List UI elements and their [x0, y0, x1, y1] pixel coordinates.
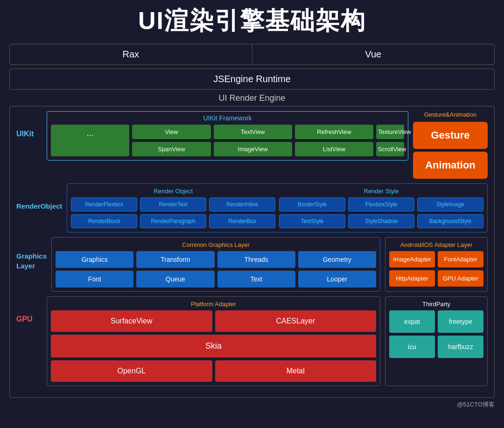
thirdparty-btn-expat: expat [389, 310, 435, 333]
graphics-grid: Graphics Transform Threads Geometry Font… [56, 251, 376, 288]
render-paragraph: RenderParagraph [140, 214, 206, 228]
uikit-framework-box: UIKit Framework View TextView RefreshVie… [47, 111, 408, 161]
adapter-layer-box: Android/iOS Adapter Layer ImageAdapter F… [385, 237, 488, 292]
gpu-rows: SurfaceView CAESLayer Skia OpenGL Metal [51, 310, 376, 382]
gpu-btn-caeslayer: CAESLayer [215, 310, 377, 332]
gpu-btn-metal: Metal [215, 360, 377, 382]
thirdparty-box: ThirdParty expat freetype icu harfbuzz [385, 296, 488, 386]
render-style-right: Render Style BorderStyle FlexboxStyle St… [279, 188, 483, 228]
gesture-anim-label: Gesture&Animation [413, 111, 488, 118]
render-object-outer: Render Object RenderFlexbox RenderText R… [67, 183, 488, 232]
gpu-row3: OpenGL Metal [51, 360, 376, 382]
render-object-label: RenderObject [16, 183, 62, 210]
uikit-section: UIKit UIKit Framework View TextView Refr… [16, 111, 488, 179]
ui-render-engine-label: UI Render Engine [9, 93, 495, 103]
uikit-btn-imageview: ImageView [214, 142, 292, 156]
thirdparty-title: ThirdParty [389, 301, 483, 308]
text-style: TextStyle [279, 214, 345, 228]
uikit-btn-refreshview: RefreshView [295, 125, 373, 139]
uikit-btn-view: View [132, 125, 210, 139]
gpu-row2: Skia [51, 335, 376, 358]
render-style-row2: TextStyle StyleShadow BackgroundStyle [279, 214, 483, 228]
render-obj-row1: RenderFlexbox RenderText RenderInline [71, 197, 275, 211]
style-shadow: StyleShadow [348, 214, 414, 228]
uikit-btn-spanview: SpanView [132, 142, 210, 156]
render-object-left: Render Object RenderFlexbox RenderText R… [71, 188, 275, 228]
graphics-layer-label: Graphics Layer [16, 237, 47, 271]
platform-adapter-title: Platform Adapter [51, 301, 376, 308]
vue-cell: Vue [252, 44, 495, 64]
gpu-inner-box: Platform Adapter SurfaceView CAESLayer S… [47, 296, 380, 386]
uikit-label: UIKit [16, 111, 42, 138]
render-box: RenderBox [209, 214, 275, 228]
render-block: RenderBlock [71, 214, 137, 228]
render-object-inner-row: Render Object RenderFlexbox RenderText R… [71, 188, 483, 228]
graphics-inner-box: Common Graphics Layer Graphics Transform… [51, 237, 380, 292]
graphics-btn-queue: Queue [136, 271, 214, 288]
graphics-btn-geometry: Geometry [298, 251, 376, 268]
uikit-framework-title: UIKit Framework [51, 114, 404, 122]
gpu-label: GPU [16, 296, 42, 323]
adapter-btn-gpuadapter: GPU Adapter [438, 270, 483, 287]
render-obj-rows: RenderFlexbox RenderText RenderInline Re… [71, 197, 275, 228]
graphics-btn-looper: Looper [298, 271, 376, 288]
border-style: BorderStyle [279, 197, 345, 211]
adapter-grid: ImageAdapter FontAdapter HttpAdapter GPU… [389, 251, 483, 287]
render-obj-row2: RenderBlock RenderParagraph RenderBox [71, 214, 275, 228]
rax-cell: Rax [10, 44, 252, 64]
adapter-btn-httpadapter: HttpAdapter [389, 270, 435, 287]
graphics-section-row: Graphics Layer Common Graphics Layer Gra… [16, 237, 488, 292]
gpu-section-row: GPU Platform Adapter SurfaceView CAESLay… [16, 296, 488, 386]
gesture-animation-box: Gesture&Animation Gesture Animation [413, 111, 488, 179]
graphics-btn-threads: Threads [217, 251, 295, 268]
render-object-title: Render Object [71, 188, 275, 195]
graphics-btn-font: Font [56, 271, 133, 288]
gpu-btn-opengl: OpenGL [51, 360, 212, 382]
uikit-btn-textview: TextView [214, 125, 292, 139]
uikit-btn-listview: ListView [295, 142, 373, 156]
gpu-section: GPU Platform Adapter SurfaceView CAESLay… [16, 296, 380, 386]
render-object-section: RenderObject Render Object RenderFlexbox… [16, 183, 488, 232]
thirdparty-grid: expat freetype icu harfbuzz [389, 310, 483, 358]
jsengine-row: JSEngine Runtime [9, 69, 495, 90]
render-text: RenderText [140, 197, 206, 211]
adapter-btn-fontadapter: FontAdapter [438, 251, 483, 267]
render-engine-box: UIKit UIKit Framework View TextView Refr… [9, 106, 495, 398]
gpu-btn-skia: Skia [51, 335, 376, 358]
uikit-grid: View TextView RefreshView TextureView ..… [51, 125, 404, 156]
background-style: BackgroundStyle [417, 214, 483, 228]
gpu-btn-surfaceview: SurfaceView [51, 310, 212, 332]
graphics-btn-graphics: Graphics [56, 251, 133, 268]
render-style-title: Render Style [279, 188, 483, 195]
gpu-row1: SurfaceView CAESLayer [51, 310, 376, 332]
adapter-layer-title: Android/iOS Adapter Layer [389, 241, 483, 248]
style-image: StyleImage [417, 197, 483, 211]
thirdparty-btn-harfbuzz: harfbuzz [438, 336, 483, 358]
graphics-btn-text: Text [217, 271, 295, 288]
watermark: @51CTO博客 [9, 400, 495, 409]
render-style-row1: BorderStyle FlexboxStyle StyleImage [279, 197, 483, 211]
render-style-rows: BorderStyle FlexboxStyle StyleImage Text… [279, 197, 483, 228]
render-flexbox: RenderFlexbox [71, 197, 137, 211]
common-graphics-title: Common Graphics Layer [56, 241, 376, 248]
uikit-btn-textureview: TextureView [376, 125, 404, 139]
uikit-dots: ... [51, 125, 129, 156]
animation-btn: Animation [413, 152, 488, 179]
render-inline: RenderInline [209, 197, 275, 211]
gesture-btn: Gesture [413, 122, 488, 149]
graphics-btn-transform: Transform [136, 251, 214, 268]
uikit-btn-scrollview: ScrollView [376, 142, 404, 156]
flexbox-style: FlexboxStyle [348, 197, 414, 211]
graphics-section: Graphics Layer Common Graphics Layer Gra… [16, 237, 380, 292]
rax-vue-row: Rax Vue [9, 44, 495, 65]
adapter-btn-imageadapter: ImageAdapter [389, 251, 435, 267]
thirdparty-btn-icu: icu [389, 336, 435, 358]
main-title: UI渲染引擎基础架构 [9, 5, 495, 37]
thirdparty-btn-freetype: freetype [438, 310, 483, 333]
